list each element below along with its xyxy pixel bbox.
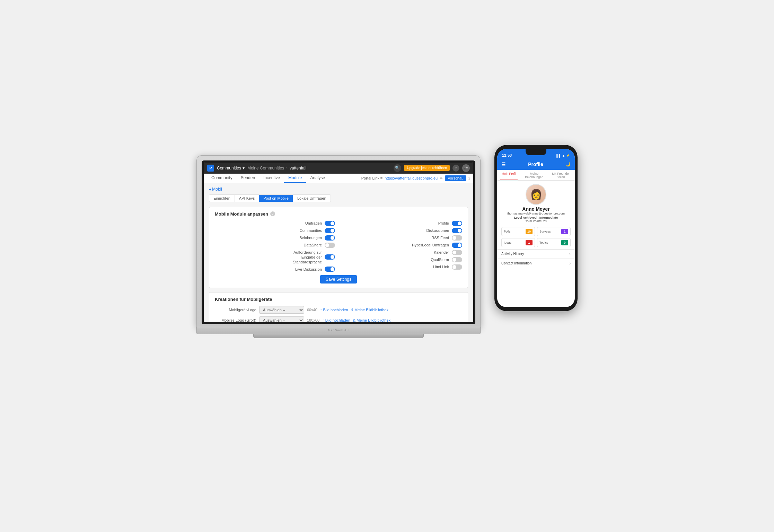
toggle-datashare[interactable] [325, 243, 335, 248]
breadcrumb-current: vattenfall [290, 166, 306, 171]
toggle-belohnungen[interactable] [325, 235, 335, 241]
toggle-communities[interactable] [325, 228, 335, 233]
subtab-einrichten[interactable]: Einrichten [209, 195, 235, 202]
toggle-qualstorm[interactable] [452, 257, 462, 262]
toggle-rss-feed[interactable] [452, 235, 462, 241]
scene: P Communities ▾ Meine Communities › vatt… [196, 145, 578, 387]
phone-avatar-face: 👩 [526, 185, 546, 204]
user-avatar[interactable]: EM [462, 164, 470, 172]
toggle-label-umfragen: Umfragen [215, 221, 322, 225]
toggle-html-link[interactable] [452, 264, 462, 270]
phone-stats-grid: Polls 10 Surveys 1 Ideas 1 Topics 0 [497, 225, 575, 249]
stat-topics-label: Topics [539, 241, 548, 244]
toggle-label-html-link: Html Link [342, 265, 449, 269]
toggle-label-rss-feed: RSS Feed [342, 236, 449, 240]
points-value: 20 [543, 219, 547, 223]
phone-screen-title: Profile [528, 162, 543, 167]
large-logo-upload-link[interactable]: ↑ Bild hochladen [322, 318, 350, 322]
content-area[interactable]: ◂ Mobil Einrichten API Keys Post on Mobi… [204, 183, 473, 322]
logo-upload-link[interactable]: ↑ Bild hochladen [320, 308, 348, 312]
back-breadcrumb[interactable]: ◂ Mobil [209, 187, 468, 192]
phone-tab-mein-profil[interactable]: Mein Profil [500, 172, 518, 180]
phone-tab-belohnungen[interactable]: MeineBelohnungen [524, 172, 545, 180]
laptop-screen-outer: P Communities ▾ Meine Communities › vatt… [202, 160, 475, 324]
toggle-column-left: Umfragen Communities Beloh [215, 221, 335, 272]
subtab-lokale-umfragen[interactable]: Lokale Umfragen [293, 195, 331, 202]
toggle-kalender[interactable] [452, 250, 462, 255]
toggle-label-datashare: DataShare [215, 243, 322, 247]
secondary-nav: Community Senden Incentive Module Analys… [204, 174, 473, 183]
toggle-umfragen[interactable] [325, 221, 335, 226]
toggle-row-belohnungen: Belohnungen [215, 235, 335, 241]
phone-activity-history[interactable]: Activity History › [497, 249, 575, 259]
stat-surveys: Surveys 1 [537, 227, 571, 236]
toggle-row-umfragen: Umfragen [215, 221, 335, 226]
large-logo-dimensions: 180x60 [307, 318, 319, 322]
stat-polls-badge: 10 [526, 229, 533, 234]
phone-screen: 12:53 ▌▌ ▲ ⚡ ☰ Profile 🌙 Mein Profil [497, 149, 575, 307]
contact-info-label: Contact Information [501, 261, 531, 265]
toggle-row-kalender: Kalender [342, 250, 462, 255]
mobile-creations-title: Kreationen für Mobilgeräte [215, 297, 462, 302]
large-logo-library-link[interactable]: & Meine Bildbibliothek [353, 318, 390, 322]
phone-tab-freunde[interactable]: Mit Freundenteilen [551, 172, 572, 180]
stat-polls: Polls 10 [501, 227, 535, 236]
phone-user-level: Level Achieved : Intermediate [514, 216, 558, 219]
app-container: P Communities ▾ Meine Communities › vatt… [204, 163, 473, 322]
phone-profile-tabs: Mein Profil MeineBelohnungen Mit Freunde… [497, 170, 575, 181]
portal-url: https://vattenfall.questionpro.eu [385, 176, 438, 180]
subtab-apikeys[interactable]: API Keys [235, 195, 259, 202]
tab-community[interactable]: Community [207, 174, 237, 183]
tab-incentive[interactable]: Incentive [259, 174, 284, 183]
phone-body: 12:53 ▌▌ ▲ ⚡ ☰ Profile 🌙 Mein Profil [494, 145, 578, 311]
laptop-base [196, 327, 481, 334]
large-logo-select[interactable]: Auswählen -- [259, 316, 304, 322]
level-value: Intermediate [539, 216, 558, 219]
logo-select[interactable]: Auswählen -- [259, 306, 304, 314]
upgrade-button[interactable]: Upgrade jetzt durchführen [404, 165, 450, 171]
logo-library-link[interactable]: & Meine Bildbibliothek [351, 308, 388, 312]
tab-senden[interactable]: Senden [237, 174, 259, 183]
phone-user-points: Total Points: 20 [525, 219, 547, 223]
toggle-diskussionen[interactable] [452, 228, 462, 233]
communities-dropdown[interactable]: Communities ▾ [217, 166, 245, 171]
points-label: Total Points: [525, 219, 542, 223]
sub-tabs: Einrichten API Keys Post on Mobile Lokal… [209, 194, 331, 202]
search-icon[interactable]: 🔍 [394, 164, 401, 172]
large-logo-label: Mobiles Logo (Groß) [215, 318, 256, 322]
toggle-row-aufforderung: Aufforderung zurEingabe derStandardsprac… [215, 250, 335, 265]
stat-surveys-badge: 1 [561, 229, 568, 234]
toggle-row-live-diskussion: Live-Diskussion [215, 267, 335, 272]
toggle-hyperlocal[interactable] [452, 243, 462, 248]
phone-time: 12:53 [502, 153, 512, 157]
moon-icon: 🌙 [565, 162, 571, 167]
toggle-row-profile: Profile [342, 221, 462, 226]
toggle-label-aufforderung: Aufforderung zurEingabe derStandardsprac… [215, 250, 322, 265]
tab-analyse[interactable]: Analyse [306, 174, 329, 183]
mobile-modules-title: Mobile Module anpassen ? [215, 211, 462, 217]
stat-ideas: Ideas 1 [501, 238, 535, 247]
phone-contact-information[interactable]: Contact Information › [497, 259, 575, 268]
toggle-row-hyperlocal: HyperLocal Umfragen [342, 243, 462, 248]
edit-icon[interactable]: ✏ [440, 176, 443, 181]
toggle-profile[interactable] [452, 221, 462, 226]
hamburger-icon[interactable]: ☰ [501, 162, 506, 167]
preview-button[interactable]: Vorschau [445, 175, 466, 181]
tab-module[interactable]: Module [284, 174, 306, 183]
toggle-label-kalender: Kalender [342, 250, 449, 254]
help-icon[interactable]: ? [452, 165, 459, 172]
toggle-live-diskussion[interactable] [325, 267, 335, 272]
stat-surveys-label: Surveys [539, 230, 551, 233]
phone: 12:53 ▌▌ ▲ ⚡ ☰ Profile 🌙 Mein Profil [494, 145, 578, 311]
toggle-row-communities: Communities [215, 228, 335, 233]
help-circle-icon[interactable]: ? [270, 211, 275, 216]
top-nav-right: 🔍 Upgrade jetzt durchführen ? EM [394, 164, 470, 172]
dropdown-arrow: ▾ [243, 166, 245, 171]
save-settings-button[interactable]: Save Settings [320, 275, 357, 284]
toggle-grid: Umfragen Communities Beloh [215, 221, 462, 272]
toggle-aufforderung[interactable] [325, 254, 335, 260]
top-nav-left: P Communities ▾ Meine Communities › vatt… [207, 165, 306, 172]
laptop-screen: P Communities ▾ Meine Communities › vatt… [204, 163, 473, 322]
secondary-nav-tabs: Community Senden Incentive Module Analys… [207, 174, 329, 183]
subtab-post-on-mobile[interactable]: Post on Mobile [259, 195, 293, 202]
